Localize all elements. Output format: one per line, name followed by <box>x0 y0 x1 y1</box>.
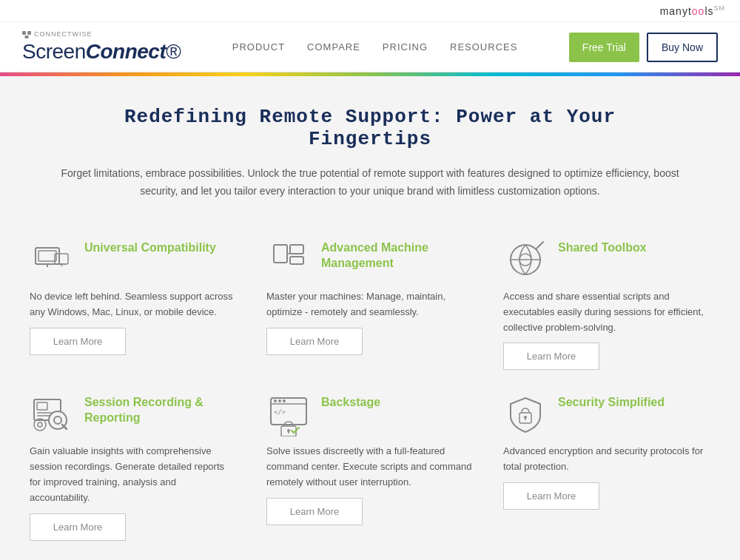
svg-rect-10 <box>274 245 287 263</box>
feature-backstage: </> Backstage Solve issues discreetly wi… <box>266 392 474 540</box>
svg-point-33 <box>287 429 290 432</box>
learn-more-machine[interactable]: Learn More <box>266 328 363 355</box>
svg-point-29 <box>278 399 281 402</box>
nav-compare[interactable]: COMPARE <box>307 41 360 53</box>
cta-section: Start Free Trial <box>0 548 740 560</box>
machine-management-icon <box>266 237 311 282</box>
learn-more-universal[interactable]: Learn More <box>30 328 126 355</box>
free-trial-button[interactable]: Free Trial <box>569 33 639 62</box>
connectwise-icon <box>22 31 31 38</box>
feature-title-backstage: Backstage <box>321 395 380 411</box>
feature-desc-machine: Master your machines: Manage, maintain, … <box>266 289 474 320</box>
svg-point-25 <box>38 422 42 427</box>
svg-rect-12 <box>290 257 303 264</box>
feature-desc-session: Gain valuable insights with comprehensiv… <box>30 444 237 505</box>
hero-title: Redefining Remote Support: Power at Your… <box>59 106 681 150</box>
feature-title-security: Security Simplified <box>558 395 665 411</box>
feature-desc-toolbox: Access and share essential scripts and e… <box>503 289 710 335</box>
feature-shared-toolbox: Shared Toolbox Access and share essentia… <box>503 237 710 370</box>
learn-more-security[interactable]: Learn More <box>503 482 599 510</box>
nav-pricing[interactable]: PRICING <box>383 41 428 53</box>
logo-area: CONNECTWISE ScreenConnect® <box>22 31 181 64</box>
site-header: CONNECTWISE ScreenConnect® PRODUCT COMPA… <box>0 22 740 73</box>
security-icon <box>503 392 548 436</box>
hero-section: Redefining Remote Support: Power at Your… <box>0 76 740 215</box>
svg-point-36 <box>524 416 527 419</box>
feature-title-machine: Advanced Machine Management <box>321 240 474 271</box>
backstage-icon: </> <box>266 392 311 436</box>
shared-toolbox-icon <box>503 237 548 282</box>
svg-text:</>: </> <box>274 408 286 416</box>
feature-machine-management: Advanced Machine Management Master your … <box>266 237 474 370</box>
session-recording-icon <box>30 392 74 436</box>
svg-rect-18 <box>37 402 47 410</box>
logo-screenconnect: ScreenConnect® <box>22 41 181 64</box>
feature-universal-compatibility: Universal Compatibility No device left b… <box>30 237 237 370</box>
feature-title-toolbox: Shared Toolbox <box>558 240 647 256</box>
nav-resources[interactable]: RESOURCES <box>450 41 517 53</box>
svg-rect-1 <box>27 31 31 35</box>
feature-desc-backstage: Solve issues discreetly with a full-feat… <box>266 444 474 490</box>
svg-rect-11 <box>290 245 303 254</box>
main-nav: PRODUCT COMPARE PRICING RESOURCES <box>232 41 518 53</box>
manytools-logo: manytoolsSM <box>660 5 725 17</box>
feature-desc-security: Advanced encryption and security protoco… <box>503 444 710 475</box>
learn-more-backstage[interactable]: Learn More <box>266 498 363 525</box>
features-grid: Universal Compatibility No device left b… <box>30 237 710 541</box>
svg-point-30 <box>283 399 286 402</box>
features-section: Universal Compatibility No device left b… <box>0 215 740 548</box>
feature-title-session: Session Recording & Reporting <box>84 395 237 426</box>
manytools-bar: manytoolsSM <box>0 0 740 22</box>
feature-session-recording: Session Recording & Reporting Gain valua… <box>30 392 237 540</box>
feature-desc-universal: No device left behind. Seamless support … <box>30 289 237 320</box>
universal-compatibility-icon <box>30 237 74 282</box>
svg-rect-2 <box>25 36 29 38</box>
buy-now-button[interactable]: Buy Now <box>647 33 718 62</box>
learn-more-session[interactable]: Learn More <box>30 513 126 541</box>
feature-security: Security Simplified Advanced encryption … <box>503 392 710 540</box>
hero-subtitle: Forget limitations, embrace possibilitie… <box>59 165 681 200</box>
svg-rect-0 <box>22 31 26 35</box>
header-buttons: Free Trial Buy Now <box>569 33 718 62</box>
nav-product[interactable]: PRODUCT <box>232 41 285 53</box>
svg-point-28 <box>274 399 277 402</box>
feature-title-universal: Universal Compatibility <box>84 240 216 256</box>
svg-rect-4 <box>38 251 56 261</box>
learn-more-toolbox[interactable]: Learn More <box>503 343 599 370</box>
